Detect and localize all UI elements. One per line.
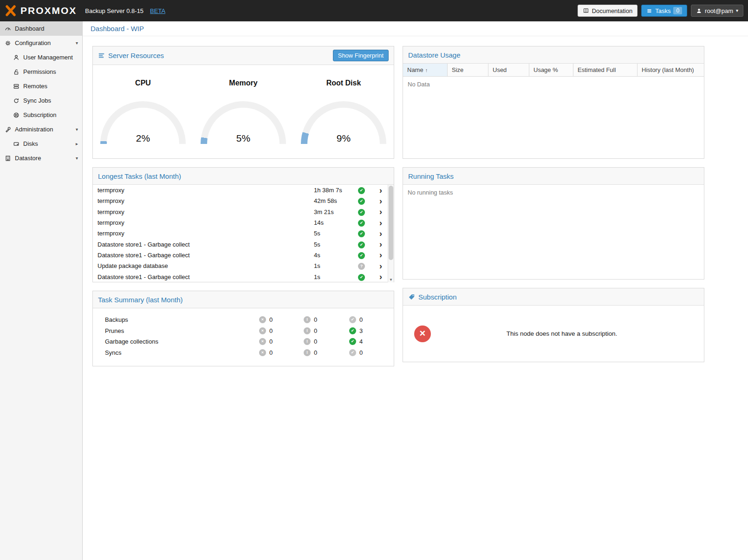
- task-summary-panel: Task Summary (last Month) Backups ×0 !0 …: [92, 291, 394, 366]
- task-row[interactable]: Datastore store1 - Garbage collect 1s ✔ …: [93, 271, 388, 282]
- server-stack-icon: [13, 83, 20, 90]
- task-row[interactable]: termproxy 3m 21s ✔ ›: [93, 207, 388, 217]
- gauges-row: CPU 2% Memory 5: [93, 65, 394, 145]
- longest-tasks-list: termproxy 1h 38m 7s ✔ › termproxy 42m 58…: [93, 185, 394, 282]
- column-header-name[interactable]: Name ↑: [403, 64, 448, 76]
- error-count: 0: [269, 349, 273, 356]
- vertical-scrollbar[interactable]: ▼: [388, 185, 394, 282]
- task-status-icon: ✔: [358, 198, 365, 205]
- chevron-right-icon[interactable]: ›: [377, 229, 385, 238]
- sidebar-item-permissions[interactable]: Permissions: [0, 65, 82, 79]
- chevron-right-icon[interactable]: ▸: [76, 141, 78, 146]
- task-name: termproxy: [98, 208, 314, 215]
- task-duration: 3m 21s: [314, 208, 358, 215]
- sidebar-item-label: Permissions: [23, 68, 56, 75]
- show-fingerprint-button[interactable]: Show Fingerprint: [333, 50, 389, 61]
- chevron-right-icon[interactable]: ›: [377, 240, 385, 248]
- column-label: Name: [407, 66, 423, 73]
- datastore-usage-column-headers: Name ↑ Size Used Usage % Estimated Full …: [403, 64, 704, 77]
- chevron-right-icon[interactable]: ›: [377, 262, 385, 270]
- warning-count: 0: [314, 316, 317, 323]
- task-name: termproxy: [98, 219, 314, 226]
- scroll-down-arrow-icon[interactable]: ▼: [388, 278, 394, 282]
- ok-icon: ✔: [349, 338, 356, 345]
- sidebar-item-administration[interactable]: Administration ▾: [0, 122, 82, 137]
- sidebar-item-label: User Management: [23, 54, 73, 61]
- task-summary-title: Task Summary (last Month): [98, 296, 183, 304]
- column-label: Usage %: [533, 66, 558, 73]
- tasks-button[interactable]: Tasks 0: [641, 5, 687, 17]
- task-name: Datastore store1 - Garbage collect: [98, 273, 314, 280]
- task-summary-body: Backups ×0 !0 ✔0 Prunes ×0 !0 ✔3 Gar: [93, 308, 394, 366]
- error-icon: ×: [259, 349, 266, 356]
- sidebar-item-user-management[interactable]: User Management: [0, 50, 82, 65]
- column-header-size[interactable]: Size: [448, 64, 488, 76]
- column-header-estimated-full[interactable]: Estimated Full: [573, 64, 637, 76]
- chevron-right-icon[interactable]: ›: [377, 219, 385, 227]
- summary-label: Backups: [105, 316, 259, 323]
- documentation-button[interactable]: Documentation: [578, 5, 637, 17]
- sidebar-item-dashboard[interactable]: Dashboard: [0, 21, 82, 36]
- memory-gauge-label: Memory: [197, 79, 290, 87]
- ok-count: 4: [359, 338, 363, 345]
- sidebar-item-label: Disks: [23, 140, 38, 147]
- task-row[interactable]: termproxy 5s ✔ ›: [93, 228, 388, 239]
- chevron-right-icon[interactable]: ›: [377, 208, 385, 216]
- sidebar-item-disks[interactable]: Disks ▸: [0, 137, 82, 151]
- longest-tasks-header: Longest Tasks (last Month): [93, 168, 394, 185]
- subscription-title: Subscription: [418, 293, 457, 301]
- column-header-usage-percent[interactable]: Usage %: [529, 64, 573, 76]
- chevron-down-icon[interactable]: ▾: [76, 127, 78, 132]
- sidebar-item-label: Dashboard: [15, 25, 45, 32]
- column-label: Used: [493, 66, 507, 73]
- wrench-icon: [4, 126, 11, 133]
- column-header-used[interactable]: Used: [488, 64, 529, 76]
- sidebar-item-remotes[interactable]: Remotes: [0, 79, 82, 93]
- warning-count: 0: [314, 349, 317, 356]
- beta-link[interactable]: BETA: [150, 7, 165, 14]
- tachometer-icon: [4, 25, 11, 32]
- cpu-gauge-label: CPU: [97, 79, 189, 87]
- sidebar-item-datastore[interactable]: Datastore ▾: [0, 151, 82, 165]
- task-status-icon: ✔: [358, 230, 365, 237]
- chevron-down-icon[interactable]: ▾: [76, 40, 78, 46]
- task-row[interactable]: Datastore store1 - Garbage collect 5s ✔ …: [93, 239, 388, 249]
- error-icon: ×: [259, 338, 266, 345]
- column-header-history[interactable]: History (last Month): [637, 64, 704, 76]
- subscription-header: Subscription: [403, 288, 704, 306]
- sort-ascending-icon: ↑: [425, 67, 428, 73]
- task-status-icon: ✔: [358, 252, 365, 259]
- scrollbar-thumb[interactable]: [389, 186, 393, 260]
- sidebar-item-subscription[interactable]: Subscription: [0, 108, 82, 122]
- error-count: 0: [269, 338, 273, 345]
- chevron-right-icon[interactable]: ›: [377, 197, 385, 205]
- memory-gauge-value: 5%: [201, 133, 286, 144]
- warning-icon: !: [304, 327, 311, 334]
- task-row[interactable]: Update package database 1s ? ›: [93, 260, 388, 271]
- chevron-right-icon[interactable]: ›: [377, 273, 385, 281]
- task-row[interactable]: termproxy 1h 38m 7s ✔ ›: [93, 185, 388, 195]
- summary-label: Garbage collections: [105, 338, 259, 345]
- task-row[interactable]: termproxy 42m 58s ✔ ›: [93, 195, 388, 206]
- running-tasks-panel: Running Tasks No running tasks: [403, 167, 704, 280]
- sidebar-item-label: Configuration: [15, 39, 51, 46]
- user-menu-button[interactable]: root@pam ▾: [691, 5, 743, 17]
- unlock-icon: [13, 68, 20, 75]
- running-tasks-title: Running Tasks: [408, 172, 454, 180]
- sidebar-item-label: Datastore: [15, 155, 41, 162]
- task-row[interactable]: Datastore store1 - Garbage collect 4s ✔ …: [93, 250, 388, 260]
- task-duration: 5s: [314, 241, 358, 248]
- chevron-down-icon: ▾: [736, 8, 738, 13]
- sidebar-item-sync-jobs[interactable]: Sync Jobs: [0, 93, 82, 108]
- column-label: Estimated Full: [578, 66, 616, 73]
- cpu-gauge: 2%: [100, 101, 186, 145]
- chevron-right-icon[interactable]: ›: [377, 186, 385, 195]
- memory-gauge-box: Memory 5%: [197, 79, 290, 145]
- task-row[interactable]: termproxy 14s ✔ ›: [93, 217, 388, 228]
- sidebar-item-configuration[interactable]: Configuration ▾: [0, 36, 82, 50]
- chevron-right-icon[interactable]: ›: [377, 251, 385, 259]
- chevron-down-icon[interactable]: ▾: [76, 156, 78, 161]
- subscription-message: This node does not have a subscription.: [431, 330, 693, 337]
- rootdisk-gauge-value: 9%: [301, 133, 386, 144]
- longest-tasks-panel: Longest Tasks (last Month) termproxy 1h …: [92, 167, 394, 282]
